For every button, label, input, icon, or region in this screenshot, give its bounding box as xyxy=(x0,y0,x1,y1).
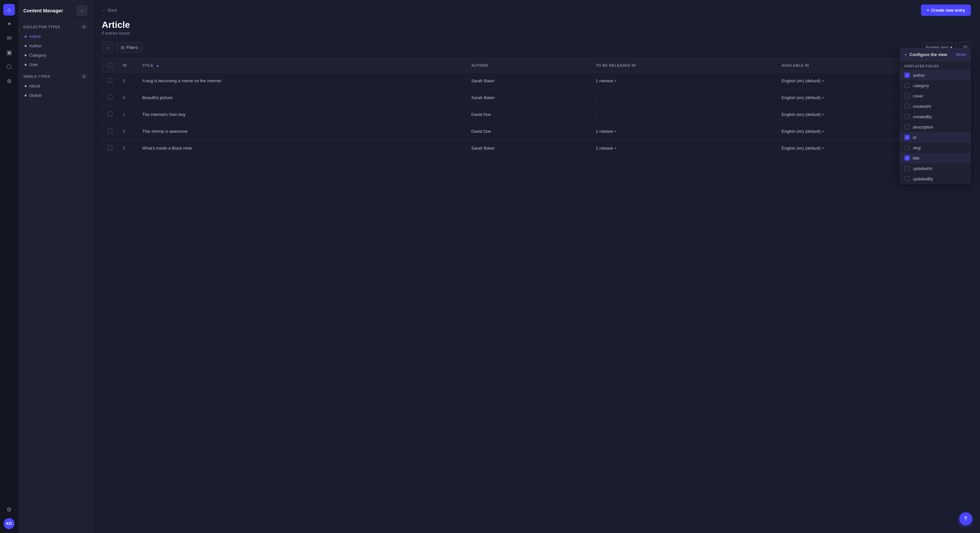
field-label-category: category xyxy=(913,83,929,88)
puzzle-icon[interactable]: ⬡ xyxy=(3,61,15,73)
release-column-header: TO BE RELEASED IN xyxy=(591,59,776,73)
filters-label: Filters xyxy=(126,45,138,50)
row-id: 3 xyxy=(118,73,137,89)
table-row[interactable]: 1 The internet's Own boy David Doe - Eng… xyxy=(102,106,970,123)
collection-types-badge: 4 xyxy=(81,25,87,29)
field-label-updatedAt: updatedAt xyxy=(913,166,932,171)
toolbar: ⌕ ⊟ Filters English (en) ▾ ⚙ xyxy=(102,41,971,53)
field-checkbox-category[interactable] xyxy=(905,83,910,88)
row-title: Beautiful picture xyxy=(137,89,466,106)
field-item-id[interactable]: ✓ id xyxy=(900,132,970,143)
back-button[interactable]: ← Back xyxy=(102,8,117,13)
author-dot xyxy=(25,45,27,47)
configure-title-wrap: ≡ Configure the view xyxy=(905,52,947,57)
row-checkbox-cell[interactable] xyxy=(102,89,118,106)
field-item-cover[interactable]: cover xyxy=(900,90,970,101)
row-checkbox-0[interactable] xyxy=(107,78,113,83)
create-new-entry-button[interactable]: + Create new entry xyxy=(921,5,971,16)
field-checkbox-createdBy[interactable] xyxy=(905,114,910,119)
sidebar-item-article[interactable]: Article xyxy=(18,32,92,41)
field-label-cover: cover xyxy=(913,94,923,98)
field-checkbox-createdAt[interactable] xyxy=(905,104,910,109)
row-checkbox-3[interactable] xyxy=(107,128,113,133)
field-item-author[interactable]: ✓ author xyxy=(900,70,970,80)
select-all-header[interactable] xyxy=(102,59,118,73)
row-title: What's inside a Black Hole xyxy=(137,140,466,157)
field-checkbox-updatedBy[interactable] xyxy=(905,176,910,181)
create-label: Create new entry xyxy=(931,8,965,13)
filters-button[interactable]: ⊟ Filters xyxy=(116,43,143,52)
displayed-fields-label: Displayed fields xyxy=(900,61,970,70)
help-button[interactable]: ? xyxy=(959,512,972,525)
sidebar-item-global[interactable]: Global xyxy=(18,90,92,100)
row-release: 1 release▾ xyxy=(591,73,776,89)
sidebar-search-button[interactable]: ⌕ xyxy=(77,5,87,16)
avatar[interactable]: KD xyxy=(3,518,14,529)
row-checkbox-4[interactable] xyxy=(107,145,113,150)
field-item-description[interactable]: description xyxy=(900,122,970,132)
row-author: David Doe xyxy=(466,106,590,123)
row-author: Sarah Baker xyxy=(466,73,590,89)
field-checkbox-updatedAt[interactable] xyxy=(905,166,910,171)
id-column-header: ID xyxy=(118,59,137,73)
table-row[interactable]: 5 What's inside a Black Hole Sarah Baker… xyxy=(102,140,970,157)
row-checkbox-cell[interactable] xyxy=(102,106,118,123)
field-checkbox-author[interactable]: ✓ xyxy=(905,73,910,78)
field-checkbox-description[interactable] xyxy=(905,124,910,130)
field-label-title: title xyxy=(913,156,920,160)
table-row[interactable]: 2 This shrimp is awesome David Doe 1 rel… xyxy=(102,123,970,140)
search-button[interactable]: ⌕ xyxy=(102,41,113,53)
row-id: 2 xyxy=(118,123,137,140)
icon-rail: ⌂ ✦ ✉ ▣ ⬡ ⊕ ⚙ KD xyxy=(0,0,18,533)
category-dot xyxy=(25,54,27,56)
field-item-updatedBy[interactable]: updatedBy xyxy=(900,174,970,184)
field-item-title[interactable]: ✓ title xyxy=(900,153,970,163)
user-label: User xyxy=(29,62,38,67)
feather-icon[interactable]: ✦ xyxy=(3,18,15,30)
sidebar-title: Content Manager xyxy=(23,8,63,13)
row-author: Sarah Baker xyxy=(466,89,590,106)
row-checkbox-cell[interactable] xyxy=(102,73,118,89)
reset-button[interactable]: Reset xyxy=(956,52,966,57)
select-all-checkbox[interactable] xyxy=(107,62,113,68)
field-item-slug[interactable]: slug xyxy=(900,143,970,153)
row-checkbox-1[interactable] xyxy=(107,95,113,100)
sidebar-item-user[interactable]: User xyxy=(18,60,92,69)
row-checkbox-2[interactable] xyxy=(107,111,113,117)
field-checkbox-slug[interactable] xyxy=(905,145,910,150)
row-release: 1 release▾ xyxy=(591,123,776,140)
title-column-header[interactable]: TITLE ▲ xyxy=(137,59,466,73)
mail-icon[interactable]: ✉ xyxy=(3,32,15,44)
author-label: Author xyxy=(29,43,41,48)
image-icon[interactable]: ▣ xyxy=(3,47,15,58)
sidebar-item-author[interactable]: Author xyxy=(18,41,92,51)
field-checkbox-title[interactable]: ✓ xyxy=(905,155,910,160)
collection-types-section: COLLECTION TYPES 4 Article Author Catego… xyxy=(18,25,92,69)
user-dot xyxy=(25,64,27,66)
row-id: 5 xyxy=(118,140,137,157)
table-row[interactable]: 4 Beautiful picture Sarah Baker - Englis… xyxy=(102,89,970,106)
row-checkbox-cell[interactable] xyxy=(102,140,118,157)
field-item-category[interactable]: category xyxy=(900,80,970,90)
configure-title: Configure the view xyxy=(910,52,947,57)
sidebar: Content Manager ⌕ COLLECTION TYPES 4 Art… xyxy=(18,0,93,533)
field-item-createdBy[interactable]: createdBy xyxy=(900,111,970,122)
field-item-updatedAt[interactable]: updatedAt xyxy=(900,163,970,174)
single-types-section: SINGLE TYPES 2 About Global xyxy=(18,75,92,100)
field-item-createdAt[interactable]: createdAt xyxy=(900,101,970,111)
content-area: Article 5 entries found ⌕ ⊟ Filters Engl… xyxy=(93,16,980,533)
configure-panel: ≡ Configure the view Reset Displayed fie… xyxy=(900,48,971,184)
about-dot xyxy=(25,85,27,87)
settings-icon[interactable]: ⚙ xyxy=(3,504,15,516)
field-checkbox-id[interactable]: ✓ xyxy=(905,135,910,140)
row-release: - xyxy=(591,106,776,123)
main-content: ← Back + Create new entry Article 5 entr… xyxy=(93,0,980,533)
field-checkbox-cover[interactable] xyxy=(905,93,910,98)
cart-icon[interactable]: ⊕ xyxy=(3,75,15,87)
home-icon[interactable]: ⌂ xyxy=(3,4,15,16)
row-checkbox-cell[interactable] xyxy=(102,123,118,140)
sidebar-item-category[interactable]: Category xyxy=(18,51,92,60)
table-header-row: ID TITLE ▲ AUTHOR TO BE RELEASED IN xyxy=(102,59,970,73)
sidebar-item-about[interactable]: About xyxy=(18,81,92,90)
table-row[interactable]: 3 A bug is becoming a meme on the intern… xyxy=(102,73,970,89)
